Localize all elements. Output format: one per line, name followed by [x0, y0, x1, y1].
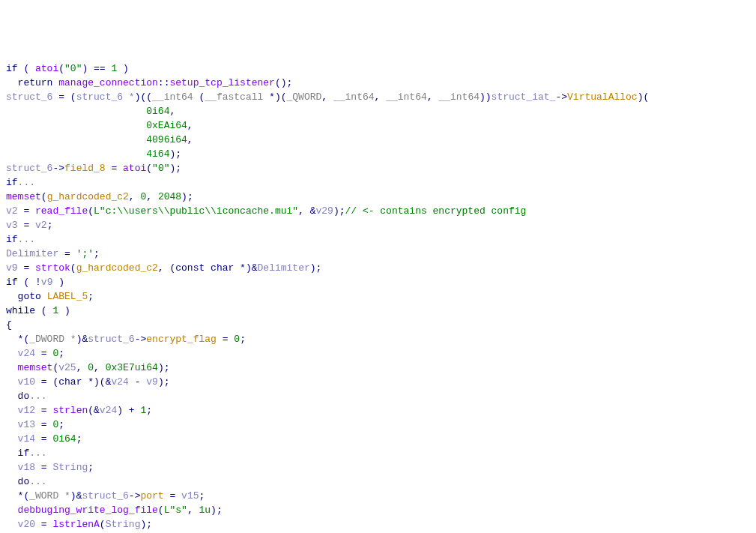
code-token: v9: [146, 376, 158, 388]
code-token: [6, 448, 18, 459]
code-token: __fastcall: [205, 91, 263, 103]
code-token: field_8: [64, 163, 106, 174]
code-token: );: [310, 262, 322, 274]
code-token: atoi: [35, 63, 58, 74]
code-token: v24: [111, 376, 128, 388]
code-token: ();: [275, 77, 292, 88]
code-token: [6, 376, 18, 388]
code-token: ;: [47, 220, 53, 231]
code-token: ) +: [117, 405, 140, 416]
code-token: (: [41, 191, 47, 202]
code-token: v18: [18, 462, 35, 473]
code-line: struct_6 = (struct_6 *)((__int64 (__fast…: [6, 91, 649, 103]
code-token: struct_6: [88, 334, 134, 345]
code-token: // <- contains encrypted config: [345, 205, 527, 217]
code-token: [6, 120, 146, 131]
code-token: char: [58, 376, 82, 388]
code-token: ;: [58, 419, 64, 430]
code-line: memset(g_hardcoded_c2, 0, 2048);: [6, 191, 193, 202]
code-line: v24 = 0;: [6, 348, 64, 359]
code-token: do: [18, 476, 30, 487]
code-token: v9: [41, 277, 53, 288]
code-token: ->: [135, 334, 147, 345]
code-token: if: [6, 63, 18, 74]
code-token: ,: [94, 362, 106, 373]
code-token: [6, 419, 18, 430]
code-token: VirtualAlloc: [567, 91, 638, 103]
code-line: goto LABEL_5;: [6, 291, 94, 302]
code-token: [6, 148, 146, 160]
code-token: =: [35, 348, 52, 359]
code-token: ,: [146, 191, 158, 202]
code-token: __int64: [333, 91, 375, 103]
code-token: =: [35, 433, 52, 445]
code-token: struct_6: [6, 91, 52, 103]
code-token: ;: [58, 348, 64, 359]
code-token: if: [6, 234, 18, 245]
code-token: struct_6 *: [76, 91, 135, 103]
code-token: encrypt_flag: [146, 334, 217, 345]
code-token: __int64: [152, 91, 193, 103]
code-token: "0": [64, 63, 82, 74]
code-token: v3: [6, 220, 18, 231]
code-token: [6, 476, 18, 487]
code-token: , &: [298, 205, 315, 217]
code-token: 0x3E7ui64: [106, 362, 158, 373]
code-token: [6, 519, 18, 530]
code-token: ): [58, 305, 70, 316]
code-token: 0: [88, 362, 94, 373]
code-token: ,: [375, 91, 387, 103]
code-token: L"c:\\users\\public\\iconcache.mui": [94, 205, 298, 217]
code-token: g_hardcoded_c2: [76, 262, 158, 274]
code-token: _WORD *: [29, 490, 70, 502]
code-token: =: [164, 490, 181, 502]
code-token: (: [193, 91, 205, 103]
code-token: v20: [18, 519, 35, 530]
code-token: ...: [29, 476, 46, 487]
code-token: =: [217, 334, 234, 345]
code-token: );: [181, 191, 193, 202]
code-token: (: [88, 205, 94, 217]
code-token: ;: [240, 334, 246, 345]
code-line: v10 = (char *)(&v24 - v9);: [6, 376, 170, 388]
code-line: struct_6->field_8 = atoi("0");: [6, 163, 181, 174]
code-token: v2: [6, 205, 18, 217]
code-token: ->: [129, 490, 141, 502]
code-token: LABEL_5: [47, 291, 88, 302]
code-token: read_file: [35, 205, 88, 217]
code-token: ;: [88, 291, 94, 302]
code-token: v24: [100, 405, 117, 416]
code-token: g_hardcoded_c2: [47, 191, 129, 202]
code-token: while: [6, 305, 35, 316]
code-token: =: [58, 248, 76, 259]
code-token: [6, 106, 146, 117]
code-token: ...: [18, 177, 35, 188]
code-token: ';': [76, 248, 94, 259]
code-token: if: [6, 277, 18, 288]
code-token: 1u: [199, 505, 211, 516]
code-token: ): [117, 63, 129, 74]
code-token: );: [158, 376, 170, 388]
code-token: __int64: [438, 91, 480, 103]
code-token: port: [140, 490, 163, 502]
code-token: v14: [18, 433, 35, 445]
code-line: if ( !v9 ): [6, 277, 64, 288]
code-token: struct_6: [82, 490, 128, 502]
code-token: v2: [35, 220, 47, 231]
code-line: 4i64);: [6, 148, 181, 160]
code-token: , (: [158, 262, 175, 274]
code-line: do...: [6, 391, 47, 402]
code-token: strtok: [35, 262, 70, 274]
code-token: (: [158, 505, 164, 516]
code-token: =: [18, 220, 35, 231]
code-token: if: [18, 448, 30, 459]
code-token: ;: [76, 433, 82, 445]
code-token: [41, 291, 47, 302]
code-token: )&: [76, 334, 88, 345]
code-token: v9: [6, 262, 18, 274]
code-token: ...: [29, 448, 46, 459]
code-token: strlen: [52, 405, 88, 416]
decompiled-code-block: if ( atoi("0") == 1 ) return manage_conn…: [6, 61, 750, 533]
code-token: 4096i64: [146, 134, 187, 145]
code-line: debbuging_write_log_file(L"s", 1u);: [6, 505, 223, 516]
